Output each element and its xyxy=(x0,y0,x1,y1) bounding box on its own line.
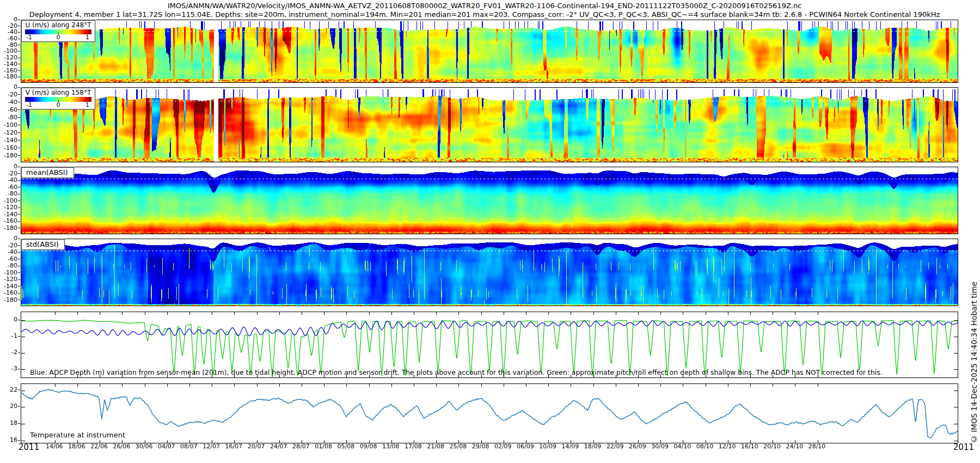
x-tick-label: 24/10 xyxy=(782,443,806,450)
v-colorbar-tick-label: -1 xyxy=(26,101,32,108)
y-tick-label: -120 xyxy=(4,276,20,283)
y-tick-label: -20 xyxy=(8,92,20,98)
mean-absi-label: mean(ABSI) xyxy=(21,167,74,178)
x-tick-label: 12/10 xyxy=(715,443,739,450)
depth-variation-caption: Blue: ADCP Depth (m) variation from sens… xyxy=(30,368,883,376)
depth-variation-line-canvas xyxy=(21,312,958,377)
v-colorbar-tick-label: 0 xyxy=(57,101,60,108)
x-tick-label: 14/06 xyxy=(42,443,66,450)
x-tick-label: 21/08 xyxy=(424,443,448,450)
year-label-end: 2011 xyxy=(942,442,980,452)
x-tick-label: 05/08 xyxy=(334,443,358,450)
x-tick-label: 28/07 xyxy=(289,443,313,450)
u-colorbar-tick-label: 0 xyxy=(57,34,60,41)
x-tick-label: 08/07 xyxy=(177,443,201,450)
y-tick-label: -60 xyxy=(8,107,20,113)
x-tick-label: 06/09 xyxy=(513,443,537,450)
y-tick-label: -160 xyxy=(4,290,20,296)
x-tick-label: 22/09 xyxy=(603,443,627,450)
x-tick-label: 18/09 xyxy=(581,443,605,450)
x-tick-label: 30/09 xyxy=(648,443,672,450)
y-tick-label: -140 xyxy=(4,283,20,290)
x-tick-label: 17/08 xyxy=(401,443,425,450)
panel-std-absi: std(ABSI) xyxy=(21,239,958,306)
figure-title-line2: Deployment 4, member 1 lat=31.72S lon=11… xyxy=(11,10,958,19)
panel-mean-absi: mean(ABSI) xyxy=(21,167,958,234)
y-tick-label: 0 xyxy=(14,84,20,90)
v-velocity-heatmap-canvas xyxy=(21,88,958,162)
x-tick-label: 08/10 xyxy=(693,443,717,450)
y-tick-label: 0 xyxy=(14,316,20,323)
x-tick-label: 24/07 xyxy=(267,443,291,450)
v-colorbar-ticks: -1 0 1 xyxy=(22,102,95,109)
y-tick-label: -80 xyxy=(8,263,20,269)
y-tick-label: -3 xyxy=(11,365,20,372)
x-tick-label: 14/09 xyxy=(558,443,582,450)
y-tick-label: -140 xyxy=(4,137,20,144)
y-tick-label: -160 xyxy=(4,145,20,151)
y-axis-tick-labels: 0-20-40-60-80-100-120-140-160-1800-20-40… xyxy=(0,0,20,463)
y-tick-label: -180 xyxy=(4,225,20,232)
y-tick-label: 0 xyxy=(14,163,20,170)
y-tick-label: -180 xyxy=(4,153,20,159)
y-tick-label: -60 xyxy=(8,184,20,191)
y-tick-label: -100 xyxy=(4,270,20,276)
panel-v-velocity: V (m/s) along 158°T -1 0 1 xyxy=(21,87,958,162)
y-tick-label: -120 xyxy=(4,204,20,211)
y-tick-label: -100 xyxy=(4,198,20,204)
x-tick-label: 01/08 xyxy=(311,443,335,450)
temperature-line-canvas xyxy=(21,384,958,443)
x-tick-label: 04/10 xyxy=(670,443,694,450)
x-tick-label: 13/08 xyxy=(379,443,403,450)
v-colorbar-tick-label: 1 xyxy=(85,101,89,108)
x-tick-label: 18/06 xyxy=(65,443,89,450)
y-tick-label: -140 xyxy=(4,211,20,218)
x-tick-label: 28/10 xyxy=(805,443,829,450)
copyright-vertical-text: © IMOS 14-Dec-2025 14:40:34 Hobart time xyxy=(970,282,978,443)
std-absi-label: std(ABSI) xyxy=(21,239,65,250)
y-tick-label: 0 xyxy=(14,235,20,242)
y-tick-label: -120 xyxy=(4,130,20,136)
x-tick-label: 26/09 xyxy=(626,443,650,450)
y-tick-label: -2 xyxy=(11,349,20,356)
y-tick-label: -180 xyxy=(4,297,20,303)
y-tick-label: -40 xyxy=(8,177,20,184)
y-tick-label: -60 xyxy=(8,256,20,263)
x-tick-label: 20/07 xyxy=(244,443,268,450)
y-tick-label: -180 xyxy=(4,74,20,80)
v-velocity-legend: V (m/s) along 158°T -1 0 1 xyxy=(21,88,95,109)
mean-absi-heatmap-canvas xyxy=(21,167,958,234)
std-absi-heatmap-canvas xyxy=(21,239,958,306)
y-tick-label: 20 xyxy=(10,403,20,410)
year-label-start: 2011 xyxy=(19,442,39,452)
figure-root: IMOS/ANMN/WA/WATR20/Velocity/IMOS_ANMN-W… xyxy=(0,0,980,463)
x-tick-label: 04/07 xyxy=(155,443,179,450)
y-tick-label: -160 xyxy=(4,218,20,224)
u-colorbar-ticks: -1 0 1 xyxy=(22,34,95,41)
temperature-label: Temperature at instrument xyxy=(30,431,125,439)
time-axis: 2011 2011 14/0618/0622/0626/0630/0604/07… xyxy=(21,442,957,455)
x-tick-label: 02/09 xyxy=(491,443,515,450)
v-legend-title: V (m/s) along 158°T xyxy=(22,89,95,96)
x-tick-label: 10/09 xyxy=(536,443,560,450)
y-tick-label: -20 xyxy=(8,242,20,249)
y-tick-label: -80 xyxy=(8,191,20,197)
y-tick-label: -1 xyxy=(11,333,20,339)
u-colorbar-tick-label: -1 xyxy=(26,34,32,41)
u-legend-title: U (m/s) along 248°T xyxy=(22,21,95,29)
x-tick-label: 26/06 xyxy=(109,443,133,450)
x-tick-label: 22/06 xyxy=(87,443,111,450)
panel-depth-variation: Blue: ADCP Depth (m) variation from sens… xyxy=(21,312,958,378)
u-colorbar-tick-label: 1 xyxy=(85,34,89,41)
y-tick-label: 22 xyxy=(10,387,20,393)
y-tick-label: -40 xyxy=(8,249,20,255)
y-tick-label: -20 xyxy=(8,170,20,177)
x-tick-label: 30/06 xyxy=(132,443,156,450)
x-tick-label: 25/08 xyxy=(446,443,470,450)
y-tick-label: -40 xyxy=(8,99,20,106)
y-tick-label: -80 xyxy=(8,114,20,121)
x-tick-label: 29/08 xyxy=(469,443,493,450)
x-tick-label: 20/10 xyxy=(760,443,784,450)
x-tick-label: 09/08 xyxy=(357,443,381,450)
u-velocity-heatmap-canvas xyxy=(21,20,958,82)
